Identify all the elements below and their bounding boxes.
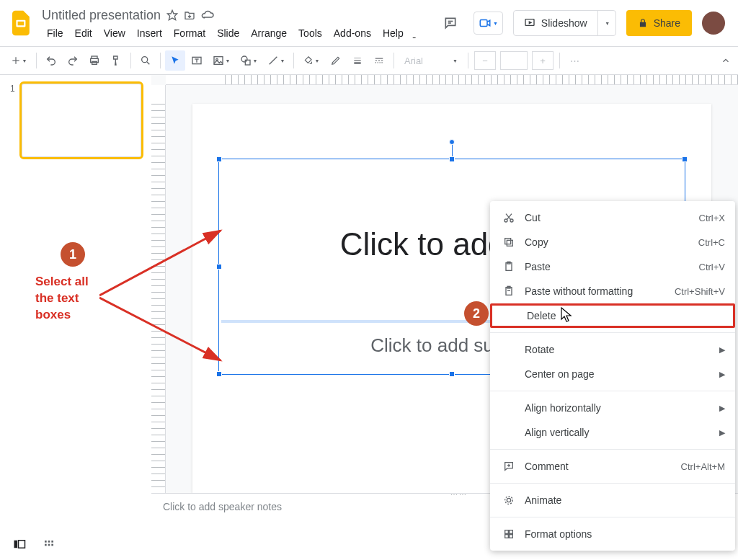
menu-arrange[interactable]: Arrange — [246, 25, 292, 42]
context-separator — [490, 332, 735, 333]
border-weight-button[interactable] — [347, 50, 368, 71]
menu-insert[interactable]: Insert — [132, 25, 167, 42]
svg-rect-43 — [510, 530, 513, 534]
annotation-badge-2: 2 — [464, 301, 489, 326]
svg-rect-12 — [92, 61, 97, 64]
menu-file[interactable]: File — [42, 25, 68, 42]
annotation-badge-1: 1 — [61, 242, 85, 267]
svg-rect-53 — [45, 543, 47, 546]
titlebar: Untitled presentation File Edit View Ins… — [0, 0, 738, 46]
chevron-right-icon: ▶ — [719, 345, 725, 355]
font-size-minus: − — [474, 51, 496, 70]
redo-button[interactable] — [63, 50, 83, 71]
menu-last-edit[interactable] — [410, 25, 421, 42]
filmstrip-view-icon[interactable] — [13, 539, 26, 553]
menu-view[interactable]: View — [99, 25, 130, 42]
context-cut[interactable]: Cut Ctrl+X — [490, 205, 735, 230]
more-tools-button[interactable]: ⋯ — [564, 50, 584, 71]
context-paste-without-formatting[interactable]: Paste without formatting Ctrl+Shift+V — [490, 279, 735, 303]
svg-point-20 — [241, 56, 247, 62]
slides-logo[interactable] — [9, 10, 35, 36]
notes-resize-grip[interactable]: ⋯⋯ — [445, 491, 474, 499]
resize-handle-bl[interactable] — [216, 371, 222, 377]
context-separator — [490, 517, 735, 517]
svg-point-13 — [142, 57, 148, 63]
star-icon[interactable] — [166, 9, 178, 21]
menu-help[interactable]: Help — [378, 25, 409, 42]
toolbar: ▼ ▼ ▼ ▼ ▼ Arial▼ − + ⋯ — [0, 46, 738, 75]
svg-point-41 — [505, 497, 513, 505]
textbox-tool[interactable] — [187, 50, 207, 71]
shape-tool[interactable]: ▼ — [236, 50, 262, 71]
chevron-right-icon: ▶ — [719, 428, 725, 437]
context-paste[interactable]: Paste Ctrl+V — [490, 254, 735, 279]
slideshow-dropdown[interactable]: ▼ — [598, 11, 615, 35]
menu-tools[interactable]: Tools — [293, 25, 327, 42]
svg-rect-51 — [48, 541, 50, 543]
chevron-right-icon: ▶ — [719, 404, 725, 413]
svg-marker-2 — [167, 10, 177, 19]
menu-edit[interactable]: Edit — [70, 25, 97, 42]
ruler-horizontal — [166, 75, 738, 85]
font-size-plus: + — [532, 51, 554, 70]
context-separator — [490, 449, 735, 450]
context-format-options[interactable]: Format options — [490, 522, 735, 546]
svg-rect-31 — [507, 240, 512, 246]
select-tool[interactable] — [165, 50, 185, 71]
svg-rect-1 — [18, 22, 25, 25]
line-tool[interactable]: ▼ — [263, 50, 289, 71]
context-animate[interactable]: Animate — [490, 488, 735, 512]
context-menu: Cut Ctrl+X Copy Ctrl+C Paste Ctrl+V Past… — [490, 201, 735, 551]
context-delete[interactable]: Delete — [490, 303, 735, 328]
paste-icon — [500, 261, 517, 272]
account-avatar[interactable] — [702, 12, 725, 35]
cloud-status-icon[interactable] — [201, 10, 214, 20]
doc-title[interactable]: Untitled presentation — [42, 8, 161, 23]
border-dash-button[interactable] — [369, 50, 389, 71]
share-button[interactable]: Share — [626, 10, 692, 36]
paint-format-button[interactable] — [106, 50, 126, 71]
slideshow-button[interactable]: Slideshow — [514, 11, 598, 35]
copy-icon — [500, 236, 517, 248]
menu-format[interactable]: Format — [169, 25, 210, 42]
speaker-notes-placeholder: Click to add speaker notes — [163, 501, 282, 512]
svg-marker-7 — [529, 22, 531, 24]
slide-thumbnail-row: 1 — [10, 84, 141, 157]
open-comments-icon[interactable] — [437, 10, 463, 36]
svg-line-47 — [99, 298, 221, 360]
context-align-horizontally[interactable]: Align horizontally ▶ — [490, 396, 735, 420]
resize-handle-tl[interactable] — [216, 156, 222, 162]
resize-handle-bc[interactable] — [449, 371, 455, 377]
resize-handle-tc[interactable] — [449, 156, 455, 162]
doc-meta: Untitled presentation File Edit View Ins… — [42, 4, 437, 42]
new-slide-button[interactable]: ▼ — [6, 50, 32, 71]
context-comment[interactable]: Comment Ctrl+Alt+M — [490, 454, 735, 479]
image-tool[interactable]: ▼ — [208, 50, 234, 71]
svg-point-40 — [507, 498, 510, 502]
menu-addons[interactable]: Add-ons — [329, 25, 376, 42]
move-folder-icon[interactable] — [184, 9, 195, 21]
border-color-button[interactable] — [326, 50, 346, 71]
print-button[interactable] — [84, 50, 105, 71]
resize-handle-tr[interactable] — [682, 156, 688, 162]
rotation-handle[interactable] — [449, 139, 455, 145]
collapse-header-chevron[interactable] — [721, 55, 731, 68]
share-label: Share — [654, 17, 680, 29]
slide-thumbnail-1[interactable] — [22, 84, 141, 157]
animate-icon — [500, 494, 517, 506]
context-rotate[interactable]: Rotate ▶ — [490, 337, 735, 362]
grid-view-icon[interactable] — [43, 539, 55, 553]
zoom-button[interactable] — [135, 50, 156, 71]
undo-button[interactable] — [41, 50, 61, 71]
menu-bar: File Edit View Insert Format Slide Arran… — [42, 25, 437, 42]
context-align-vertically[interactable]: Align vertically ▶ — [490, 420, 735, 445]
context-copy[interactable]: Copy Ctrl+C — [490, 230, 735, 254]
context-center-on-page[interactable]: Center on page ▶ — [490, 362, 735, 386]
svg-rect-50 — [45, 541, 47, 543]
present-meet-button[interactable]: ▼ — [474, 12, 503, 35]
svg-rect-32 — [505, 239, 511, 244]
font-size-value — [500, 51, 528, 70]
context-separator — [490, 391, 735, 391]
fill-color-button[interactable]: ▼ — [298, 50, 324, 71]
menu-slide[interactable]: Slide — [212, 25, 244, 42]
